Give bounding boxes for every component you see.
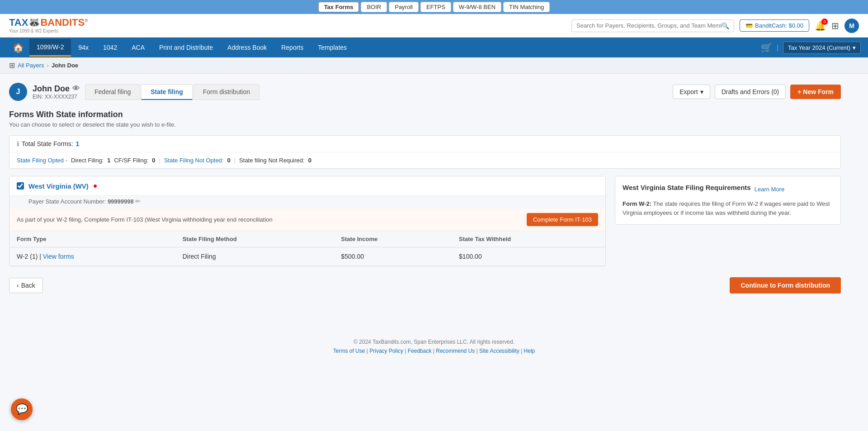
header-right: 🔍 💳 BanditCash: $0.00 🔔 0 ⊞ M xyxy=(571,19,859,33)
state-block-header: West Virginia (WV) ● xyxy=(9,176,605,196)
top-bar-boir[interactable]: BOIR xyxy=(361,2,387,12)
footer-link-help[interactable]: Help xyxy=(524,348,535,354)
account-number: Payer State Account Number: 99999998 ✏ xyxy=(21,196,605,208)
col-state-tax: State Tax Withheld xyxy=(452,231,605,247)
back-label: Back xyxy=(21,282,35,289)
cart-button[interactable]: 🛒 xyxy=(761,42,772,53)
top-bar: Tax Forms BOIR Payroll EFTPS W-9/W-8 BEN… xyxy=(0,0,868,14)
nav-item-94x[interactable]: 94x xyxy=(71,39,96,56)
breadcrumb-all-payers[interactable]: All Payers xyxy=(18,62,44,69)
search-input[interactable] xyxy=(576,22,722,29)
footer-copyright: © 2024 TaxBandits.com, Span Enterprises … xyxy=(9,339,859,345)
edit-icon[interactable]: ✏ xyxy=(135,198,141,205)
nav-item-aca[interactable]: ACA xyxy=(124,39,152,56)
summary-bottom: State Filing Opted - Direct Filing: 1 CF… xyxy=(9,152,840,168)
payer-details: John Doe 👁 EIN: XX-XXXX237 xyxy=(33,84,80,100)
nav-item-1099w2[interactable]: 1099/W-2 xyxy=(29,39,71,57)
it103-notice: As part of your W-2 filing, Complete For… xyxy=(9,208,605,231)
tab-state-filing[interactable]: State filing xyxy=(141,84,193,100)
payer-name-text: John Doe xyxy=(33,84,70,94)
direct-filing-label: Direct Filing: xyxy=(71,157,104,164)
right-panel-title: West Virginia State Filing Requirements xyxy=(623,184,751,191)
form-type-text: W-2 (1) xyxy=(17,253,38,260)
summary-bar: ℹ Total State Forms: 1 State Filing Opte… xyxy=(9,135,841,169)
state-checkbox[interactable] xyxy=(17,182,24,189)
payer-ein: EIN: XX-XXXX237 xyxy=(33,94,80,100)
top-bar-w9w8ben[interactable]: W-9/W-8 BEN xyxy=(453,2,501,12)
tab-federal-filing[interactable]: Federal filing xyxy=(85,84,140,100)
not-required-count: 0 xyxy=(308,157,311,164)
filed-opted-label: State Filing Opted - xyxy=(17,157,67,164)
footer-link-recommend[interactable]: Recommend Us xyxy=(436,348,475,354)
page-content: J John Doe 👁 EIN: XX-XXXX237 Federal fil… xyxy=(0,74,850,303)
footer-link-accessibility[interactable]: Site Accessibility xyxy=(479,348,519,354)
logo-tax: TAX xyxy=(9,17,28,28)
table-head: Form Type State Filing Method State Inco… xyxy=(9,231,605,247)
complete-form-it103-button[interactable]: Complete Form IT-103 xyxy=(527,213,598,226)
header: TAX🦝BANDITS® Your 1099 & W2 Experts 🔍 💳 … xyxy=(0,14,868,38)
cfsf-count: 0 xyxy=(152,157,155,164)
bottom-actions: ‹ Back Continue to Form distribution xyxy=(9,277,841,294)
logo: TAX🦝BANDITS® Your 1099 & W2 Experts xyxy=(9,18,88,33)
col-form-type: Form Type xyxy=(9,231,175,247)
top-bar-eftps[interactable]: EFTPS xyxy=(420,2,451,12)
export-label: Export xyxy=(679,88,698,95)
view-forms-link[interactable]: View forms xyxy=(43,253,74,260)
tab-group: Federal filing State filing Form distrib… xyxy=(85,84,259,100)
state-name: West Virginia (WV) xyxy=(28,182,89,190)
forms-table: Form Type State Filing Method State Inco… xyxy=(9,231,605,266)
nav-item-print[interactable]: Print and Distribute xyxy=(152,39,220,56)
account-label: Payer State Account Number: xyxy=(28,198,106,205)
bandit-cash-label: BanditCash: $0.00 xyxy=(755,22,803,29)
cfsf-label: CF/SF Filing: xyxy=(114,157,148,164)
table-cell-filing-method: Direct Filing xyxy=(175,247,334,266)
col-state-income: State Income xyxy=(334,231,452,247)
user-avatar-button[interactable]: M xyxy=(844,19,859,33)
footer-link-privacy[interactable]: Privacy Policy xyxy=(369,348,403,354)
not-opted-label: State Filing Not Opted: xyxy=(164,157,224,164)
chevron-down-icon: ▾ xyxy=(700,88,703,95)
home-nav-button[interactable]: 🏠 xyxy=(7,38,29,57)
eye-icon[interactable]: 👁 xyxy=(72,85,80,93)
new-form-button[interactable]: + New Form xyxy=(790,85,841,99)
table-cell-form-type: W-2 (1) | View forms xyxy=(9,247,175,266)
form-description: The state requires the filing of Form W-… xyxy=(623,200,830,216)
table-cell-state-tax: $100.00 xyxy=(452,247,605,266)
account-number-value: 99999998 xyxy=(108,198,134,205)
nav-right: 🛒 | Tax Year 2024 (Current) ▾ xyxy=(761,42,861,54)
action-buttons: Export ▾ Drafts and Errors (0) + New For… xyxy=(673,85,841,99)
top-bar-payroll[interactable]: Payroll xyxy=(389,2,419,12)
grid-apps-button[interactable]: ⊞ xyxy=(831,20,839,31)
nav-item-address[interactable]: Address Book xyxy=(220,39,274,56)
bandit-cash-button[interactable]: 💳 BanditCash: $0.00 xyxy=(740,19,809,32)
not-opted-count: 0 xyxy=(227,157,230,164)
logo-sub: Your 1099 & W2 Experts xyxy=(9,28,58,33)
top-bar-tax-forms[interactable]: Tax Forms xyxy=(318,2,359,12)
not-required-label: State filing Not Required: xyxy=(239,157,305,164)
nav-item-templates[interactable]: Templates xyxy=(311,39,354,56)
section-header: Forms With State information You can cho… xyxy=(9,110,841,128)
table-cell-state-income: $500.00 xyxy=(334,247,452,266)
top-bar-tin-matching[interactable]: TIN Matching xyxy=(503,2,550,12)
continue-button[interactable]: Continue to Form distribution xyxy=(730,277,841,294)
drafts-errors-button[interactable]: Drafts and Errors (0) xyxy=(715,85,786,99)
summary-top: ℹ Total State Forms: 1 xyxy=(9,136,840,152)
breadcrumb-separator: › xyxy=(47,62,49,69)
nav-item-1042[interactable]: 1042 xyxy=(96,39,124,56)
tax-year-button[interactable]: Tax Year 2024 (Current) ▾ xyxy=(783,42,861,54)
footer-link-terms[interactable]: Terms of Use xyxy=(333,348,365,354)
export-button[interactable]: Export ▾ xyxy=(673,85,710,99)
footer-link-feedback[interactable]: Feedback xyxy=(408,348,432,354)
learn-more-link[interactable]: Learn More xyxy=(755,186,784,193)
form-label: Form W-2: xyxy=(623,200,651,207)
bandit-cash-icon: 💳 xyxy=(745,22,753,29)
notifications-button[interactable]: 🔔 0 xyxy=(815,20,826,31)
tab-form-distribution[interactable]: Form distribution xyxy=(193,84,259,100)
payer-avatar: J xyxy=(9,83,27,101)
breadcrumb-current: John Doe xyxy=(52,62,78,69)
nav-item-reports[interactable]: Reports xyxy=(274,39,311,56)
state-dot: ● xyxy=(93,182,98,190)
back-button[interactable]: ‹ Back xyxy=(9,278,43,293)
summary-total-label: Total State Forms: xyxy=(22,140,73,147)
search-box[interactable]: 🔍 xyxy=(571,19,734,32)
